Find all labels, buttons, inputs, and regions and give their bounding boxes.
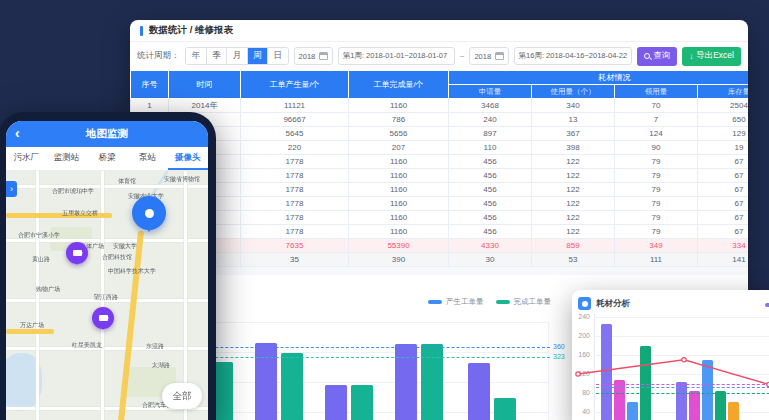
table-row: 7177811604561227967 (131, 183, 749, 197)
map-expand-button[interactable]: › (6, 181, 17, 197)
table-cell: 1160 (349, 99, 449, 113)
phone-tab-污水厂[interactable]: 污水厂 (6, 147, 46, 170)
table-cell: 456 (449, 225, 532, 239)
end-year-select[interactable]: 2018 (469, 47, 508, 65)
total-row: 合计7635553904330859349334 (131, 239, 749, 253)
period-option-年[interactable]: 年 (186, 48, 206, 64)
camera-marker[interactable] (66, 242, 88, 264)
camera-icon (73, 250, 82, 256)
table-cell: 456 (449, 169, 532, 183)
consumables-card: 耗材分析 2402001601208040 (572, 290, 769, 420)
map-label: 安徽省博物馆 (164, 175, 200, 184)
download-icon: ↓ (689, 52, 693, 61)
map-label: 望江西路 (94, 293, 118, 302)
query-button[interactable]: 查询 (637, 47, 677, 66)
legend-item-generated: 产生工单量 (428, 297, 484, 307)
table-row: 12014年1112111603468340702504 (131, 99, 749, 113)
export-excel-button[interactable]: ↓ 导出Excel (682, 47, 741, 66)
table-cell: 111 (615, 253, 698, 267)
table-cell: 786 (349, 113, 449, 127)
back-icon[interactable]: ‹ (15, 125, 20, 141)
legend-item-completed: 完成工单量 (496, 297, 552, 307)
period-option-日[interactable]: 日 (267, 48, 287, 64)
chart-legend: 产生工单量 完成工单量 (428, 297, 551, 307)
table-cell: 53 (532, 253, 615, 267)
table-cell: 1160 (349, 155, 449, 169)
table-cell: 70 (615, 99, 698, 113)
table-row: 6177811604561227967 (131, 169, 749, 183)
map-label: 万达广场 (20, 321, 44, 330)
map-label: 五里墩立交桥 (62, 209, 98, 218)
all-filter-button[interactable]: 全部 (162, 383, 202, 409)
bar-generated (325, 385, 347, 420)
camera-marker[interactable] (92, 307, 114, 329)
table-cell: 456 (449, 155, 532, 169)
calendar-icon (495, 52, 504, 60)
table-cell: 7 (615, 113, 698, 127)
sub-header: 库存量 (698, 85, 749, 99)
period-option-周[interactable]: 周 (247, 48, 267, 64)
bar-generated (255, 343, 277, 420)
selected-location-marker[interactable] (132, 196, 166, 230)
table-cell: 7635 (241, 239, 349, 253)
table-cell: 55390 (349, 239, 449, 253)
table-cell: 79 (615, 211, 698, 225)
end-week-input[interactable]: 第16周: 2018-04-16~2018-04-22 (514, 47, 633, 65)
col-header-group: 耗材情况 (449, 71, 749, 85)
phone-tab-摄像头[interactable]: 摄像头 (168, 147, 208, 170)
map-label: 东流路 (146, 342, 164, 351)
table-cell: 110 (449, 141, 532, 155)
table-row: 356455656897367124129 (131, 127, 749, 141)
map-label: 合肥科技馆 (102, 253, 132, 262)
table-cell: 456 (449, 183, 532, 197)
table-cell: 79 (615, 183, 698, 197)
table-cell: 349 (615, 239, 698, 253)
reference-label: 360 (553, 343, 565, 350)
table-row: 296667786240137650 (131, 113, 749, 127)
period-option-季[interactable]: 季 (206, 48, 226, 64)
table-cell: 220 (241, 141, 349, 155)
table-cell: 650 (698, 113, 749, 127)
filter-bar: 统计周期： 年季月周日 2018 第1周: 2018-01-01~2018-01… (130, 42, 748, 70)
table-cell: 124 (615, 127, 698, 141)
table-cell: 1778 (241, 169, 349, 183)
table-cell: 79 (615, 197, 698, 211)
table-cell: 5645 (241, 127, 349, 141)
page-title: 数据统计 / 维修报表 (149, 24, 233, 37)
table-cell: 67 (698, 211, 749, 225)
phone-screen: ‹ 地图监测 污水厂监测站桥梁泵站摄像头 体育馆合肥市琥珀中学安徽农业大学安徽省… (6, 121, 208, 420)
trend-line-chart (572, 290, 769, 420)
start-week-input[interactable]: 第1周: 2018-01-01~2018-01-07 (338, 47, 455, 65)
phone-tab-监测站[interactable]: 监测站 (46, 147, 86, 170)
map-label: 购物广场 (36, 285, 60, 294)
table-cell: 1160 (349, 225, 449, 239)
table-cell: 1160 (349, 169, 449, 183)
table-cell: 240 (449, 113, 532, 127)
table-cell: 456 (449, 211, 532, 225)
camera-icon (99, 315, 108, 321)
table-cell: 1160 (349, 183, 449, 197)
table-cell: 30 (449, 253, 532, 267)
table-cell: 897 (449, 127, 532, 141)
table-cell: 859 (532, 239, 615, 253)
table-cell: 13 (532, 113, 615, 127)
table-cell: 11121 (241, 99, 349, 113)
map-label: 黄山路 (32, 255, 50, 264)
table-cell: 96667 (241, 113, 349, 127)
map-view[interactable]: 体育馆合肥市琥珀中学安徽农业大学安徽省博物馆五里墩立交桥合肥市宁溪小学奥体广场安… (6, 171, 208, 420)
table-cell: 122 (532, 211, 615, 225)
period-option-月[interactable]: 月 (226, 48, 246, 64)
table-cell: 122 (532, 197, 615, 211)
reference-label: 323 (553, 353, 565, 360)
table-cell: 79 (615, 169, 698, 183)
phone-tab-泵站[interactable]: 泵站 (127, 147, 167, 170)
map-road (36, 171, 39, 420)
table-row: 10177811604561227967 (131, 225, 749, 239)
search-icon (644, 53, 650, 59)
start-year-select[interactable]: 2018 (294, 47, 333, 65)
bar-completed (421, 344, 443, 420)
phone-tab-桥梁[interactable]: 桥梁 (87, 147, 127, 170)
col-header-time: 时间 (169, 71, 241, 99)
table-row: 42202071103989019 (131, 141, 749, 155)
title-accent-bar (140, 26, 143, 36)
